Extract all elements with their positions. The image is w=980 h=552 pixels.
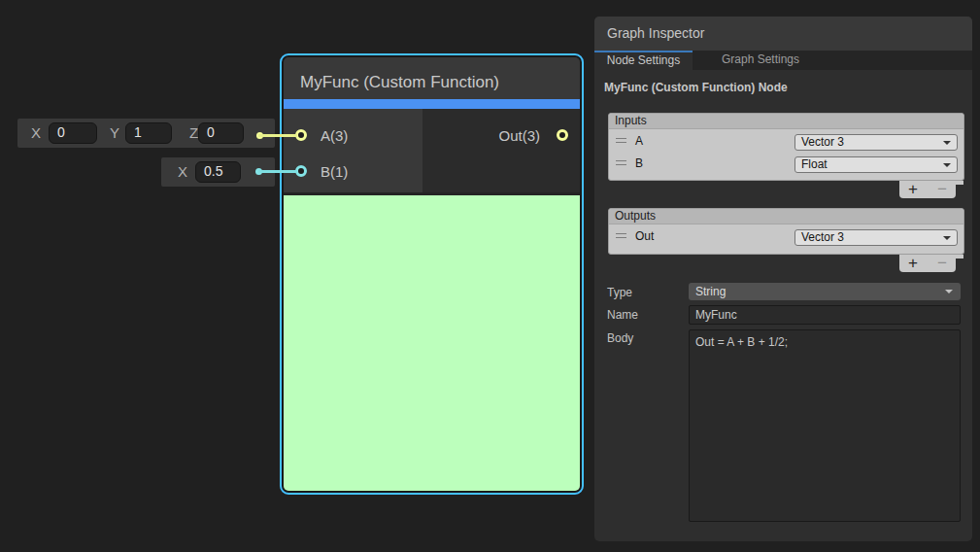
- port-out-icon[interactable]: [557, 129, 568, 141]
- inputs-list: Inputs A Vector 3 B Float: [608, 113, 964, 181]
- outputs-footer-step: [955, 255, 963, 259]
- vector3-input-widget: X 0 Y 1 Z 0: [17, 119, 275, 148]
- outputs-row-out[interactable]: Out Vector 3: [609, 224, 963, 247]
- outputs-footer: + −: [899, 255, 956, 272]
- port-a-label: A(3): [321, 128, 348, 143]
- node-myfunc[interactable]: MyFunc (Custom Function) A(3) B(1) Out(3…: [280, 53, 584, 495]
- node-body: MyFunc (Custom Function) A(3) B(1) Out(3…: [284, 57, 580, 491]
- chevron-down-icon: [943, 141, 951, 145]
- vector3-z-label: Z: [189, 119, 198, 148]
- output-out-name: Out: [635, 229, 654, 243]
- chevron-down-icon: [943, 163, 951, 167]
- edge-vector3-to-a[interactable]: [258, 134, 297, 137]
- input-a-type-dropdown[interactable]: Vector 3: [794, 134, 958, 151]
- vector3-y-field[interactable]: 1: [125, 122, 172, 144]
- edge-float-to-b[interactable]: [258, 170, 297, 173]
- vector3-x-field[interactable]: 0: [49, 122, 97, 144]
- tab-node-settings[interactable]: Node Settings: [594, 51, 693, 70]
- type-label: Type: [607, 286, 632, 299]
- name-field[interactable]: MyFunc: [689, 305, 961, 325]
- node-heading: MyFunc (Custom Function) Node: [604, 81, 788, 94]
- chevron-down-icon: [943, 236, 951, 240]
- outputs-remove-button[interactable]: −: [937, 255, 947, 272]
- inputs-footer-step: [955, 181, 963, 185]
- input-b-type-dropdown[interactable]: Float: [794, 156, 958, 173]
- graph-inspector-panel: Graph Inspector Node Settings Graph Sett…: [594, 17, 972, 541]
- outputs-list: Outputs Out Vector 3: [608, 208, 964, 255]
- inputs-row-a[interactable]: A Vector 3: [609, 129, 963, 152]
- tab-row: Node Settings Graph Settings: [594, 51, 972, 70]
- outputs-list-header: Outputs: [609, 209, 963, 224]
- vector3-z-field[interactable]: 0: [198, 122, 244, 144]
- float-x-label: X: [178, 157, 187, 187]
- vector3-x-label: X: [31, 119, 41, 148]
- float-x-field[interactable]: 0.5: [195, 161, 241, 183]
- inputs-add-button[interactable]: +: [908, 181, 918, 198]
- chevron-down-icon: [945, 290, 953, 293]
- outputs-add-button[interactable]: +: [908, 255, 918, 272]
- body-field[interactable]: Out = A + B + 1/2;: [689, 329, 961, 522]
- inputs-row-b[interactable]: B Float: [609, 152, 963, 174]
- port-out-label: Out(3): [498, 128, 540, 143]
- input-a-name: A: [635, 134, 643, 148]
- inputs-list-header: Inputs: [609, 114, 963, 129]
- inputs-remove-button[interactable]: −: [937, 181, 947, 198]
- node-preview: [284, 195, 580, 491]
- node-title: MyFunc (Custom Function): [284, 57, 580, 99]
- input-b-name: B: [635, 156, 643, 170]
- drag-handle-icon[interactable]: [616, 160, 626, 165]
- node-accent-bar: [284, 99, 580, 109]
- node-ports: A(3) B(1) Out(3): [284, 109, 580, 192]
- vector3-y-label: Y: [110, 119, 119, 148]
- tab-graph-settings[interactable]: Graph Settings: [695, 51, 826, 70]
- inputs-footer: + −: [899, 181, 956, 198]
- drag-handle-icon[interactable]: [616, 233, 626, 238]
- name-label: Name: [607, 308, 638, 322]
- port-b-label: B(1): [321, 164, 348, 179]
- type-dropdown[interactable]: String: [689, 283, 961, 300]
- panel-title: Graph Inspector: [594, 17, 972, 51]
- body-label: Body: [607, 331, 633, 345]
- output-out-type-dropdown[interactable]: Vector 3: [794, 229, 958, 246]
- drag-handle-icon[interactable]: [616, 138, 626, 143]
- node-ports-left-bg: [284, 109, 422, 192]
